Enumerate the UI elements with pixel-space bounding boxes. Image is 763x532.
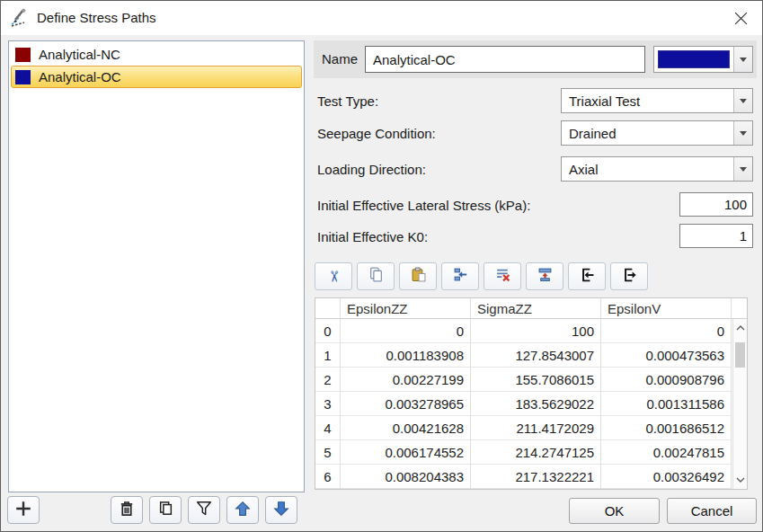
ok-button[interactable]: OK bbox=[569, 498, 660, 524]
k0-label: Initial Effective K0: bbox=[317, 228, 428, 244]
scroll-up-icon[interactable] bbox=[733, 321, 747, 335]
row-header-corner bbox=[315, 298, 341, 319]
move-down-button[interactable] bbox=[265, 496, 297, 524]
cell-epsilonzz[interactable]: 0.008204383 bbox=[341, 465, 471, 489]
cell-epsilonzz[interactable]: 0 bbox=[341, 319, 471, 343]
lateral-stress-input[interactable] bbox=[679, 192, 753, 217]
row-index[interactable]: 2 bbox=[315, 368, 341, 392]
name-label: Name bbox=[322, 40, 358, 78]
insert-row-icon bbox=[453, 267, 468, 286]
filter-button[interactable] bbox=[188, 496, 220, 524]
cell-sigmazz[interactable]: 217.1322221 bbox=[471, 465, 601, 489]
cell-epsilonv[interactable]: 0.00326492 bbox=[601, 465, 732, 489]
table-scrollbar[interactable] bbox=[732, 319, 747, 489]
row-index[interactable]: 0 bbox=[315, 319, 341, 343]
duplicate-button[interactable] bbox=[149, 496, 182, 524]
export-button[interactable] bbox=[610, 262, 648, 290]
test-type-select[interactable]: Triaxial Test bbox=[561, 88, 753, 113]
append-row-button[interactable] bbox=[526, 262, 563, 290]
scroll-down-icon[interactable] bbox=[733, 473, 747, 487]
cut-button[interactable]: ✂ bbox=[315, 262, 352, 290]
seepage-condition-label: Seepage Condition: bbox=[317, 126, 436, 141]
chevron-down-icon[interactable] bbox=[733, 157, 752, 181]
path-list-actions bbox=[111, 496, 297, 524]
scissors-icon: ✂ bbox=[327, 269, 340, 285]
color-swatch bbox=[15, 48, 31, 62]
name-input[interactable] bbox=[365, 46, 645, 73]
cell-epsilonv[interactable]: 0.001311586 bbox=[601, 392, 732, 416]
loading-direction-select[interactable]: Axial bbox=[561, 156, 753, 182]
cell-epsilonzz[interactable]: 0.003278965 bbox=[341, 392, 471, 416]
cell-epsilonv[interactable]: 0.001686512 bbox=[601, 416, 732, 440]
trash-icon bbox=[119, 501, 135, 520]
cell-sigmazz[interactable]: 211.4172029 bbox=[471, 416, 601, 440]
define-stress-paths-dialog: Define Stress Paths Analytical-NCAnalyti… bbox=[0, 0, 763, 532]
cell-sigmazz[interactable]: 183.5629022 bbox=[471, 392, 601, 416]
cell-sigmazz[interactable]: 155.7086015 bbox=[471, 368, 601, 392]
delete-row-button[interactable] bbox=[484, 262, 521, 290]
table-row: 001000 bbox=[315, 319, 747, 343]
cell-epsilonv[interactable]: 0 bbox=[601, 319, 732, 343]
seepage-condition-select[interactable]: Drained bbox=[561, 120, 753, 146]
paste-button[interactable] bbox=[399, 262, 437, 290]
column-header-epsilonzz[interactable]: EpsilonZZ bbox=[341, 298, 471, 319]
seepage-condition-value: Drained bbox=[562, 126, 733, 141]
stress-path-item[interactable]: Analytical-OC bbox=[11, 66, 302, 88]
table-row: 60.008204383217.13222210.00326492 bbox=[315, 465, 747, 489]
cell-epsilonv[interactable]: 0.00247815 bbox=[601, 440, 732, 465]
stress-path-item[interactable]: Analytical-NC bbox=[11, 43, 302, 66]
test-type-label: Test Type: bbox=[317, 93, 378, 109]
duplicate-icon bbox=[158, 501, 173, 519]
row-index[interactable]: 1 bbox=[315, 343, 341, 368]
stress-path-label: Analytical-OC bbox=[39, 69, 121, 84]
row-index[interactable]: 5 bbox=[315, 440, 341, 465]
filter-icon bbox=[196, 501, 212, 520]
table-row: 50.006174552214.27471250.00247815 bbox=[315, 440, 747, 465]
dialog-title: Define Stress Paths bbox=[37, 1, 156, 35]
chevron-down-icon[interactable] bbox=[733, 89, 752, 112]
export-icon bbox=[621, 267, 637, 287]
chevron-down-icon[interactable] bbox=[733, 121, 752, 145]
cancel-button[interactable]: Cancel bbox=[667, 498, 757, 524]
table-row: 30.003278965183.56290220.001311586 bbox=[315, 392, 747, 416]
row-index[interactable]: 3 bbox=[315, 392, 341, 416]
delete-row-icon bbox=[495, 267, 510, 286]
table-header-row: EpsilonZZSigmaZZEpsilonV bbox=[315, 298, 747, 319]
path-color-dropdown[interactable] bbox=[653, 46, 753, 73]
arrow-up-icon bbox=[235, 501, 251, 520]
column-header-epsilonv[interactable]: EpsilonV bbox=[601, 298, 732, 319]
column-header-sigmazz[interactable]: SigmaZZ bbox=[471, 298, 601, 319]
k0-input[interactable] bbox=[679, 224, 753, 248]
table-row: 40.00421628211.41720290.001686512 bbox=[315, 416, 747, 440]
scrollbar-thumb[interactable] bbox=[735, 342, 745, 368]
add-path-button[interactable] bbox=[7, 496, 40, 524]
move-up-button[interactable] bbox=[226, 496, 259, 524]
title-bar: Define Stress Paths bbox=[1, 1, 762, 35]
test-type-value: Triaxial Test bbox=[562, 93, 733, 109]
close-button[interactable] bbox=[720, 1, 762, 35]
cell-epsilonzz[interactable]: 0.006174552 bbox=[341, 440, 471, 465]
row-index[interactable]: 4 bbox=[315, 416, 341, 440]
append-row-icon bbox=[537, 267, 553, 286]
cell-epsilonv[interactable]: 0.000473563 bbox=[601, 343, 732, 368]
paste-icon bbox=[411, 267, 426, 286]
insert-row-button[interactable] bbox=[441, 262, 479, 290]
plus-icon bbox=[14, 500, 32, 521]
cell-sigmazz[interactable]: 214.2747125 bbox=[471, 440, 601, 465]
cell-epsilonv[interactable]: 0.000908796 bbox=[601, 368, 732, 392]
import-button[interactable] bbox=[568, 262, 606, 290]
copy-button[interactable] bbox=[357, 262, 395, 290]
path-color-swatch bbox=[658, 50, 730, 68]
cell-sigmazz[interactable]: 127.8543007 bbox=[471, 343, 601, 368]
loading-direction-value: Axial bbox=[562, 162, 733, 177]
cell-epsilonzz[interactable]: 0.00227199 bbox=[341, 368, 471, 392]
row-index[interactable]: 6 bbox=[315, 465, 341, 489]
stress-path-list[interactable]: Analytical-NCAnalytical-OC bbox=[8, 40, 305, 492]
cell-epsilonzz[interactable]: 0.00421628 bbox=[341, 416, 471, 440]
chevron-down-icon[interactable] bbox=[733, 47, 752, 72]
cell-sigmazz[interactable]: 100 bbox=[471, 319, 601, 343]
stress-path-icon bbox=[9, 7, 31, 29]
delete-button[interactable] bbox=[111, 496, 143, 524]
color-swatch bbox=[15, 70, 31, 84]
cell-epsilonzz[interactable]: 0.001183908 bbox=[341, 343, 471, 368]
